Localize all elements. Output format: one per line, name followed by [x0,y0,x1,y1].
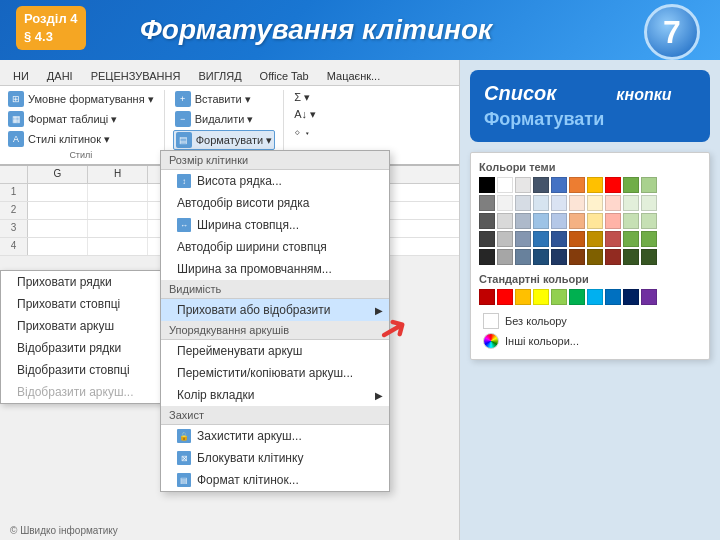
style-icon: A [8,131,24,147]
tab-user[interactable]: Мацаєнк... [318,66,390,85]
color-row-2 [479,195,701,211]
chapter-badge: Розділ 4 § 4.3 [16,6,86,50]
info-box: Список кнопки Форматувати [470,70,710,142]
section-header-sheets: Упорядкування аркушів [161,321,389,340]
ribbon-group-styles: ⊞ Умовне форматування ▾ ▦ Формат таблиці… [6,90,165,160]
delete-btn[interactable]: − Видалити ▾ [173,110,276,128]
submenu: Приховати рядки Приховати стовпці Прихов… [0,270,170,404]
insert-btn[interactable]: + Вставити ▾ [173,90,276,108]
show-rows-item[interactable]: Відобразити рядки [1,337,169,359]
move-copy-item[interactable]: Перемістити/копіювати аркуш... [161,362,389,384]
color-palette: Кольори теми [470,152,710,360]
tab-viglyad[interactable]: ВИГЛЯД [189,66,250,85]
info-title: Список [484,82,556,105]
theme-color-grid [479,177,701,265]
hide-show-item[interactable]: Приховати або відобразити ▶ [161,299,389,321]
copyright: © Швидко інформатику [10,525,118,536]
col-h: H [88,166,148,183]
find-btn[interactable]: ⬦ ▾ [292,124,318,138]
tab-color-item[interactable]: Колір вкладки ▶ [161,384,389,406]
conditional-formatting-btn[interactable]: ⊞ Умовне форматування ▾ [6,90,156,108]
color-row-5 [479,249,701,265]
no-color-swatch [483,313,499,329]
styles-label: Стилі [6,150,156,160]
standard-color-row [479,289,701,305]
lock-cell-item[interactable]: ⊠ Блокувати клітинку [161,447,389,469]
info-subtitle: Форматувати [484,109,696,130]
autofit-row-item[interactable]: Автодобір висоти рядка [161,192,389,214]
format-table-btn[interactable]: ▦ Формат таблиці ▾ [6,110,156,128]
hide-cols-item[interactable]: Приховати стовпці [1,293,169,315]
color-4[interactable] [569,177,585,193]
rename-sheet-item[interactable]: Перейменувати аркуш [161,340,389,362]
format-btn[interactable]: ▤ Форматувати ▾ [173,130,276,150]
color-8[interactable] [641,177,657,193]
protect-icon: 🔒 [177,429,191,443]
format-cells-icon: ▤ [177,473,191,487]
standard-colors-title: Стандартні кольори [479,273,701,285]
tab-color-arrow: ▶ [375,390,383,401]
no-color-option[interactable]: Без кольору [479,311,701,331]
hide-rows-item[interactable]: Приховати рядки [1,271,169,293]
section-header-protect: Захист [161,406,389,425]
format-cells-item[interactable]: ▤ Формат клітинок... [161,469,389,491]
section-header-visibility: Видимість [161,280,389,299]
info-subtitle-part1: кнопки [616,86,671,104]
lock-icon: ⊠ [177,451,191,465]
color-6[interactable] [605,177,621,193]
color-row-3 [479,213,701,229]
tab-ni[interactable]: НИ [4,66,38,85]
ribbon-tabs: НИ ДАНІ РЕЦЕНЗУВАННЯ ВИГЛЯД Office Tab М… [0,60,459,86]
color-black[interactable] [479,177,495,193]
number-badge: 7 [644,4,700,60]
hide-sheet-item[interactable]: Приховати аркуш [1,315,169,337]
color-white[interactable] [497,177,513,193]
sort-btn[interactable]: А↓ ▾ [292,107,318,122]
tab-office[interactable]: Office Tab [251,66,318,85]
more-colors-option[interactable]: Інші кольори... [479,331,701,351]
section-header-size: Розмір клітинки [161,151,389,170]
protect-sheet-item[interactable]: 🔒 Захистити аркуш... [161,425,389,447]
theme-colors-title: Кольори теми [479,161,701,173]
color-7[interactable] [623,177,639,193]
header: Розділ 4 § 4.3 Форматування клітинок 7 [0,0,720,60]
cell-styles-btn[interactable]: A Стилі клітинок ▾ [6,130,156,148]
context-menu: Розмір клітинки ↕ Висота рядка... Автодо… [160,150,390,492]
tab-recenzuvannia[interactable]: РЕЦЕНЗУВАННЯ [82,66,190,85]
color-5[interactable] [587,177,603,193]
delete-icon: − [175,111,191,127]
page-title: Форматування клітинок [140,14,492,46]
row-height-icon: ↕ [177,174,191,188]
col-width-item[interactable]: ↔ Ширина стовпця... [161,214,389,236]
insert-icon: + [175,91,191,107]
table-icon: ▦ [8,111,24,127]
default-width-item[interactable]: Ширина за промовчанням... [161,258,389,280]
autofit-col-item[interactable]: Автодобір ширини стовпця [161,236,389,258]
color-3[interactable] [551,177,567,193]
color-row-4 [479,231,701,247]
right-panel: Список кнопки Форматувати Кольори теми [460,60,720,540]
tab-dani[interactable]: ДАНІ [38,66,82,85]
color-2[interactable] [533,177,549,193]
col-width-icon: ↔ [177,218,191,232]
format-icon: ▤ [176,132,192,148]
color-row-1 [479,177,701,193]
more-colors-icon [483,333,499,349]
sum-btn[interactable]: Σ ▾ [292,90,318,105]
color-1[interactable] [515,177,531,193]
row-height-item[interactable]: ↕ Висота рядка... [161,170,389,192]
show-sheet-item: Відобразити аркуш... [1,381,169,403]
col-g: G [28,166,88,183]
excel-area: НИ ДАНІ РЕЦЕНЗУВАННЯ ВИГЛЯД Office Tab М… [0,60,460,540]
conditional-format-icon: ⊞ [8,91,24,107]
main-area: НИ ДАНІ РЕЦЕНЗУВАННЯ ВИГЛЯД Office Tab М… [0,60,720,540]
show-cols-item[interactable]: Відобразити стовпці [1,359,169,381]
